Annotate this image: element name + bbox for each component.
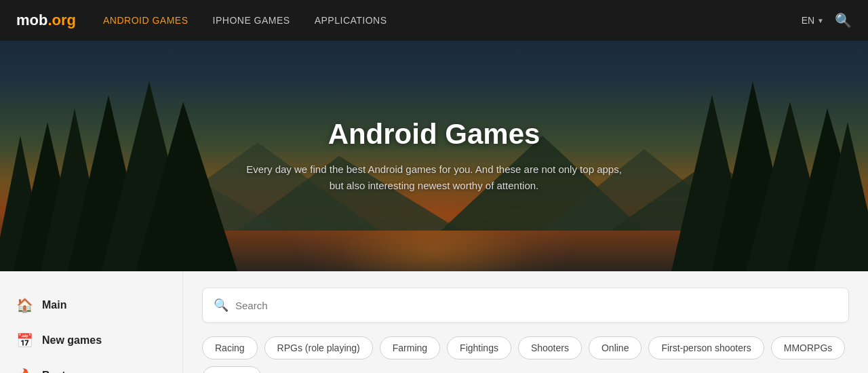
tag-online[interactable]: Online — [589, 336, 642, 359]
logo-org: org — [52, 12, 76, 29]
hero-section: Android Games Every day we find the best… — [0, 41, 868, 271]
hero-title: Android Games — [244, 118, 624, 151]
sidebar-item-main[interactable]: 🏠 Main — [0, 288, 182, 323]
tag-fightings[interactable]: Fightings — [447, 336, 511, 359]
sidebar-best-games-label: Best games — [42, 370, 103, 373]
tag-fps[interactable]: First-person shooters — [648, 336, 764, 359]
content-area: 🏠 Main 📅 New games 🔥 Best games 🔍 Racing… — [0, 271, 868, 373]
search-bar[interactable]: 🔍 — [202, 288, 849, 323]
hero-subtitle: Every day we find the best Android games… — [244, 161, 624, 194]
sidebar-new-games-label: New games — [42, 334, 102, 347]
sidebar-item-best-games[interactable]: 🔥 Best games — [0, 358, 182, 373]
tag-shooters[interactable]: Shooters — [518, 336, 582, 359]
logo-mob: mob — [16, 12, 47, 29]
home-icon: 🏠 — [16, 297, 33, 313]
nav-applications[interactable]: APPLICATIONS — [315, 15, 387, 26]
sidebar: 🏠 Main 📅 New games 🔥 Best games — [0, 271, 183, 373]
tag-racing[interactable]: Racing — [202, 336, 258, 359]
fire-icon: 🔥 — [16, 368, 33, 373]
tags-row: Racing RPGs (role playing) Farming Fight… — [202, 336, 849, 373]
calendar-icon: 📅 — [16, 332, 33, 349]
logo[interactable]: mob.org — [16, 12, 76, 29]
tag-mmorpgs[interactable]: MMORPGs — [771, 336, 846, 359]
hero-content: Android Games Every day we find the best… — [231, 118, 637, 194]
search-input[interactable] — [235, 300, 837, 311]
search-nav-icon[interactable]: 🔍 — [835, 12, 852, 28]
sidebar-item-new-games[interactable]: 📅 New games — [0, 323, 182, 358]
tag-rpgs[interactable]: RPGs (role playing) — [264, 336, 373, 359]
lang-arrow-icon: ▼ — [817, 17, 824, 24]
lang-selector[interactable]: EN ▼ — [802, 15, 824, 26]
navbar: mob.org ANDROID GAMES IPHONE GAMES APPLI… — [0, 0, 868, 41]
nav-right: EN ▼ 🔍 — [802, 12, 852, 28]
nav-links: ANDROID GAMES IPHONE GAMES APPLICATIONS — [103, 15, 802, 26]
nav-android-games[interactable]: ANDROID GAMES — [103, 15, 189, 26]
search-bar-icon: 🔍 — [214, 298, 229, 313]
all-tags-button[interactable]: All tags › — [202, 366, 262, 373]
tag-farming[interactable]: Farming — [380, 336, 440, 359]
lang-label: EN — [802, 15, 814, 26]
nav-iphone-games[interactable]: IPHONE GAMES — [213, 15, 290, 26]
sidebar-main-label: Main — [42, 299, 66, 311]
main-content: 🔍 Racing RPGs (role playing) Farming Fig… — [183, 271, 868, 373]
